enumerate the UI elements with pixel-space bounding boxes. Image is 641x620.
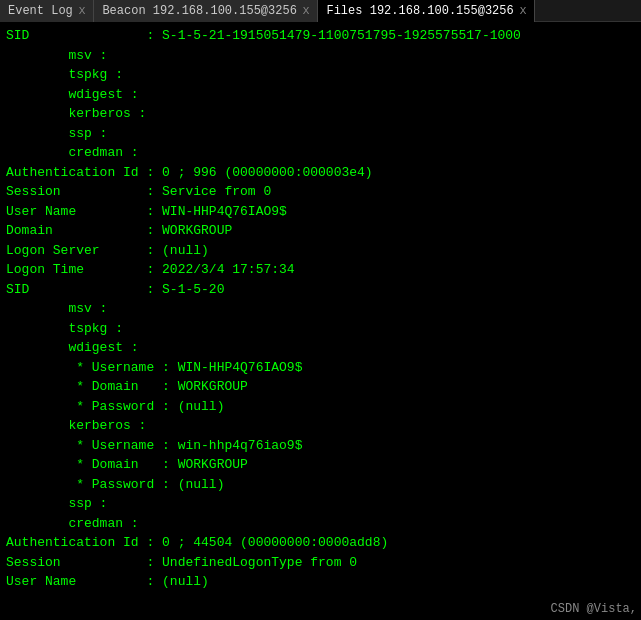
terminal-line: ssp : xyxy=(6,124,635,144)
terminal-line: User Name : (null) xyxy=(6,572,635,592)
terminal-line: Authentication Id : 0 ; 996 (00000000:00… xyxy=(6,163,635,183)
terminal-line: * Username : win-hhp4q76iao9$ xyxy=(6,436,635,456)
terminal-line: credman : xyxy=(6,514,635,534)
terminal-line: User Name : WIN-HHP4Q76IAO9$ xyxy=(6,202,635,222)
terminal-line: Session : UndefinedLogonType from 0 xyxy=(6,553,635,573)
tab-files-label: Files 192.168.100.155@3256 xyxy=(326,4,513,18)
tab-bar: Event Log X Beacon 192.168.100.155@3256 … xyxy=(0,0,641,22)
terminal-line: * Password : (null) xyxy=(6,397,635,417)
terminal-line: kerberos : xyxy=(6,416,635,436)
terminal-line: msv : xyxy=(6,46,635,66)
terminal-content: SID : S-1-5-21-1915051479-1100751795-192… xyxy=(0,22,641,620)
terminal-line: Logon Time : 2022/3/4 17:57:34 xyxy=(6,260,635,280)
terminal-line: credman : xyxy=(6,143,635,163)
tab-beacon-label: Beacon 192.168.100.155@3256 xyxy=(102,4,296,18)
tab-event-log[interactable]: Event Log X xyxy=(0,0,94,22)
tab-beacon[interactable]: Beacon 192.168.100.155@3256 X xyxy=(94,0,318,22)
tab-beacon-close[interactable]: X xyxy=(303,5,310,17)
terminal-line: SID : S-1-5-20 xyxy=(6,280,635,300)
tab-files[interactable]: Files 192.168.100.155@3256 X xyxy=(318,0,535,22)
terminal-line: * Domain : WORKGROUP xyxy=(6,377,635,397)
terminal-line: Domain : WORKGROUP xyxy=(6,221,635,241)
tab-event-log-close[interactable]: X xyxy=(79,5,86,17)
tab-files-close[interactable]: X xyxy=(520,5,527,17)
watermark: CSDN @Vista, xyxy=(551,602,637,616)
terminal-line: tspkg : xyxy=(6,319,635,339)
terminal-line: Authentication Id : 0 ; 44504 (00000000:… xyxy=(6,533,635,553)
terminal-line: wdigest : xyxy=(6,338,635,358)
terminal-line: * Domain : WORKGROUP xyxy=(6,455,635,475)
terminal-line: Session : Service from 0 xyxy=(6,182,635,202)
terminal-line: ssp : xyxy=(6,494,635,514)
terminal-line: wdigest : xyxy=(6,85,635,105)
terminal-line: SID : S-1-5-21-1915051479-1100751795-192… xyxy=(6,26,635,46)
terminal-line: tspkg : xyxy=(6,65,635,85)
terminal-line: * Password : (null) xyxy=(6,475,635,495)
tab-event-log-label: Event Log xyxy=(8,4,73,18)
terminal-line: msv : xyxy=(6,299,635,319)
terminal-line: kerberos : xyxy=(6,104,635,124)
terminal-line: * Username : WIN-HHP4Q76IAO9$ xyxy=(6,358,635,378)
terminal-line: Logon Server : (null) xyxy=(6,241,635,261)
